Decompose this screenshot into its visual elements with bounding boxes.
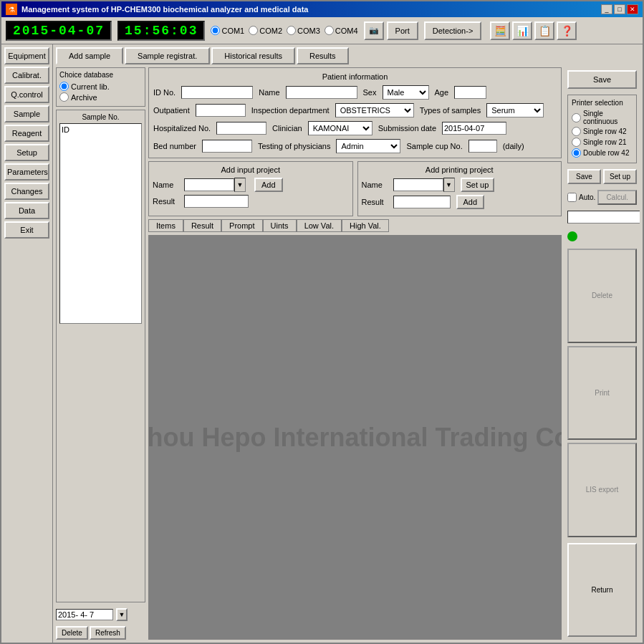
connect-input[interactable] xyxy=(567,211,640,224)
printer-single-row-42[interactable]: Single row 42 xyxy=(572,127,633,136)
com3-option[interactable]: COM3 xyxy=(287,26,320,35)
delete-button[interactable]: Delete xyxy=(56,626,88,640)
delete-button[interactable]: Delete xyxy=(567,249,637,343)
inspection-dept-select[interactable]: OBSTETRICS xyxy=(335,103,414,117)
bed-number-label: Bed number xyxy=(153,142,196,150)
camera-icon[interactable]: 📷 xyxy=(364,21,384,40)
hospitalized-input[interactable] xyxy=(216,122,266,135)
sidebar-data-button[interactable]: Data xyxy=(4,202,49,219)
printer-double-row-42-label: Double row 42 xyxy=(583,149,629,157)
sidebar-setup-button[interactable]: Setup xyxy=(4,144,49,161)
patient-info-title: Patient information xyxy=(153,72,557,81)
table-tab-prompt[interactable]: Prompt xyxy=(221,219,262,232)
types-select[interactable]: Serum Plasma Urine xyxy=(486,103,544,117)
choice-database-title: Choice database xyxy=(59,71,142,79)
setup-button[interactable]: Set up xyxy=(603,169,637,184)
tab-historical-results[interactable]: Historical results xyxy=(211,47,295,64)
print-button[interactable]: Print xyxy=(567,346,637,441)
main-save-button[interactable]: Save xyxy=(567,70,637,89)
chart-icon-button[interactable]: 📊 xyxy=(512,21,532,40)
sidebar-exit-button[interactable]: Exit xyxy=(4,221,49,239)
submission-date-label: Submission date xyxy=(378,124,436,133)
add-print-name-field[interactable] xyxy=(393,178,443,191)
data-table-area[interactable]: ngzhou Hepo International Trading Co., L xyxy=(148,235,562,640)
submission-date-input[interactable] xyxy=(442,122,506,135)
bed-number-input[interactable] xyxy=(202,140,252,153)
tab-add-sample[interactable]: Add sample xyxy=(56,47,123,64)
excel-icon-button[interactable]: 📋 xyxy=(534,21,554,40)
add-input-add-button[interactable]: Add xyxy=(254,178,283,192)
add-print-add-button[interactable]: Add xyxy=(456,195,485,209)
add-input-result-field[interactable] xyxy=(184,195,249,208)
printer-single-continuous-radio[interactable] xyxy=(572,113,581,122)
add-print-name-dropdown[interactable]: ▼ xyxy=(443,178,455,192)
archive-radio[interactable] xyxy=(59,92,69,102)
detection-button[interactable]: Detection-> xyxy=(424,21,482,40)
auto-label: Auto. xyxy=(579,193,595,201)
add-input-name-field[interactable] xyxy=(184,178,234,191)
sidebar-qcontrol-button[interactable]: Q.control xyxy=(4,86,49,103)
save2-button[interactable]: Save xyxy=(567,169,601,184)
sidebar-changes-button[interactable]: Changes xyxy=(4,183,49,200)
list-item[interactable]: ID xyxy=(62,125,140,134)
tab-sample-registrat[interactable]: Sample registrat. xyxy=(125,47,210,64)
com4-option[interactable]: COM4 xyxy=(325,26,358,35)
sample-cup-input[interactable] xyxy=(468,140,497,153)
sex-select[interactable]: Male Female xyxy=(383,85,429,100)
sidebar-equipment-button[interactable]: Equipment xyxy=(4,47,49,64)
sidebar-calibrat-button[interactable]: Calibrat. xyxy=(4,67,49,84)
lis-export-button[interactable]: LIS export xyxy=(567,443,637,537)
auto-checkbox[interactable] xyxy=(567,193,577,202)
clinician-select[interactable]: KAMONAI xyxy=(308,121,373,135)
testing-select[interactable]: Admin xyxy=(336,139,400,153)
current-lib-option[interactable]: Current lib. xyxy=(59,82,142,91)
help-icon-button[interactable]: ❓ xyxy=(557,21,577,40)
calcul-button[interactable]: Calcul. xyxy=(597,190,637,205)
printer-selection-title: Printer selection xyxy=(572,99,633,107)
sidebar-reagent-button[interactable]: Reagent xyxy=(4,125,49,142)
com1-option[interactable]: COM1 xyxy=(211,26,244,35)
outpatient-input[interactable] xyxy=(196,104,246,117)
add-print-setup-button[interactable]: Set up xyxy=(461,178,495,192)
sample-list[interactable]: ID xyxy=(59,123,142,324)
maximize-button[interactable]: □ xyxy=(614,4,625,14)
table-tab-result[interactable]: Result xyxy=(183,219,221,232)
tab-results[interactable]: Results xyxy=(297,47,349,64)
window-controls: _ □ ✕ xyxy=(601,4,638,14)
id-no-input[interactable] xyxy=(181,86,253,99)
port-button[interactable]: Port xyxy=(387,21,418,40)
calc-icon-button[interactable]: 🧮 xyxy=(490,21,510,40)
middle-area: Choice database Current lib. Archive Sam… xyxy=(56,67,640,640)
refresh-button[interactable]: Refresh xyxy=(90,626,126,640)
table-tab-low-val[interactable]: Low Val. xyxy=(297,219,342,232)
printer-single-row-42-radio[interactable] xyxy=(572,127,581,136)
archive-option[interactable]: Archive xyxy=(59,92,142,102)
add-print-result-label: Result xyxy=(362,198,390,206)
add-print-result-field[interactable] xyxy=(393,196,451,208)
age-input[interactable] xyxy=(454,86,486,99)
printer-double-row-42-radio[interactable] xyxy=(572,148,581,158)
add-input-name-dropdown[interactable]: ▼ xyxy=(234,178,246,192)
toolbar: 2015-04-07 15:56:03 COM1 COM2 COM3 COM4 … xyxy=(1,17,643,44)
printer-single-continuous[interactable]: Single continuous xyxy=(572,110,633,125)
outpatient-label: Outpatient xyxy=(153,106,190,115)
sidebar-sample-button[interactable]: Sample xyxy=(4,105,49,122)
add-print-name-wrapper: ▼ xyxy=(393,178,455,192)
name-label: Name xyxy=(259,88,279,97)
return-button[interactable]: Return xyxy=(567,543,637,638)
minimize-button[interactable]: _ xyxy=(601,4,612,14)
close-button[interactable]: ✕ xyxy=(627,4,638,14)
printer-double-row-42[interactable]: Double row 42 xyxy=(572,148,633,158)
name-input[interactable] xyxy=(286,86,357,99)
table-tab-high-val[interactable]: High Val. xyxy=(342,219,389,232)
com2-option[interactable]: COM2 xyxy=(249,26,282,35)
date-dropdown-button[interactable]: ▼ xyxy=(116,608,128,621)
table-tab-uints[interactable]: Uints xyxy=(263,219,297,232)
printer-single-row-21-radio[interactable] xyxy=(572,138,581,147)
table-tab-items[interactable]: Items xyxy=(148,219,183,232)
sidebar-parameters-button[interactable]: Parameters xyxy=(4,163,49,181)
printer-single-row-21[interactable]: Single row 21 xyxy=(572,138,633,147)
types-samples-label: Types of samples xyxy=(420,106,481,115)
current-lib-radio[interactable] xyxy=(59,82,69,91)
date-input[interactable] xyxy=(56,609,113,620)
